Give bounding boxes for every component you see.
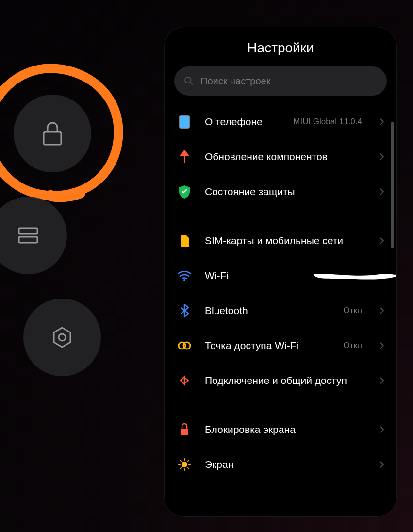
chevron-right-icon xyxy=(380,237,384,245)
chevron-right-icon xyxy=(380,426,384,433)
item-component-update[interactable]: Обновление компонентов xyxy=(165,139,396,174)
svg-point-4 xyxy=(59,334,66,341)
item-label: Подключение и общий доступ xyxy=(205,375,362,386)
lock-icon xyxy=(41,121,64,146)
page-title: Настройки xyxy=(165,34,396,66)
svg-line-18 xyxy=(188,468,189,469)
chevron-right-icon xyxy=(380,118,384,126)
svg-line-19 xyxy=(180,468,181,469)
item-value: Откл xyxy=(343,306,362,316)
chevron-right-icon xyxy=(380,188,384,196)
lock-button[interactable] xyxy=(14,95,91,172)
svg-rect-2 xyxy=(19,237,37,243)
shield-check-icon xyxy=(177,184,192,200)
update-arrow-icon xyxy=(177,149,192,165)
recents-button[interactable] xyxy=(0,197,67,274)
chevron-right-icon xyxy=(380,461,384,468)
item-security-status[interactable]: Состояние защиты xyxy=(165,174,396,209)
hexagon-settings-icon xyxy=(50,325,74,349)
wifi-icon xyxy=(177,268,192,283)
svg-rect-7 xyxy=(180,116,189,128)
highlight-annotation xyxy=(0,60,129,205)
svg-point-10 xyxy=(183,342,190,349)
svg-point-8 xyxy=(183,279,185,281)
divider xyxy=(177,405,384,405)
item-label: Состояние защиты xyxy=(205,186,362,198)
item-display[interactable]: Экран xyxy=(165,447,396,482)
item-sim-networks[interactable]: SIM-карты и мобильные сети xyxy=(165,223,396,258)
item-label: Экран xyxy=(205,459,362,470)
search-placeholder: Поиск настроек xyxy=(200,76,270,87)
item-lock-screen[interactable]: Блокировка экрана xyxy=(165,412,396,447)
item-label: Точка доступа Wi-Fi xyxy=(205,340,330,351)
item-label: О телефоне xyxy=(205,116,281,128)
item-label: SIM-карты и мобильные сети xyxy=(205,235,362,247)
scrollbar[interactable] xyxy=(391,122,394,248)
chevron-right-icon xyxy=(380,342,384,349)
search-input[interactable]: Поиск настроек xyxy=(174,66,387,96)
svg-rect-0 xyxy=(44,132,61,145)
phone-info-icon xyxy=(177,114,192,130)
item-label: Bluetooth xyxy=(205,305,330,316)
svg-line-20 xyxy=(188,460,189,461)
item-value: Откл xyxy=(343,341,362,350)
svg-rect-1 xyxy=(19,228,37,234)
recents-icon xyxy=(17,224,39,247)
svg-line-6 xyxy=(190,83,193,85)
svg-point-5 xyxy=(185,77,191,83)
lock-icon xyxy=(177,422,192,437)
chevron-right-icon xyxy=(380,377,384,384)
divider xyxy=(177,216,384,216)
brightness-icon xyxy=(177,457,192,472)
search-icon xyxy=(184,76,194,86)
item-connection-share[interactable]: Подключение и общий доступ xyxy=(165,363,396,398)
item-hotspot[interactable]: Точка доступа Wi-Fi Откл xyxy=(165,328,396,363)
share-icon xyxy=(177,373,192,388)
bluetooth-icon xyxy=(177,303,192,318)
item-wifi[interactable]: Wi-Fi xyxy=(165,258,396,293)
svg-point-12 xyxy=(182,462,187,467)
settings-panel: Настройки Поиск настроек О телефоне MIUI… xyxy=(164,27,397,517)
settings-button[interactable] xyxy=(23,299,101,376)
svg-marker-3 xyxy=(54,328,70,347)
item-value: MIUI Global 11.0.4 xyxy=(293,117,362,127)
item-bluetooth[interactable]: Bluetooth Откл xyxy=(165,293,396,328)
item-label: Обновление компонентов xyxy=(205,151,362,163)
chevron-right-icon xyxy=(380,307,384,315)
item-about-phone[interactable]: О телефоне MIUI Global 11.0.4 xyxy=(165,104,396,139)
svg-rect-11 xyxy=(181,429,188,435)
hotspot-icon xyxy=(177,338,192,353)
svg-line-17 xyxy=(180,460,181,461)
item-label: Блокировка экрана xyxy=(205,424,362,435)
sim-icon xyxy=(177,233,192,249)
chevron-right-icon xyxy=(380,153,384,161)
